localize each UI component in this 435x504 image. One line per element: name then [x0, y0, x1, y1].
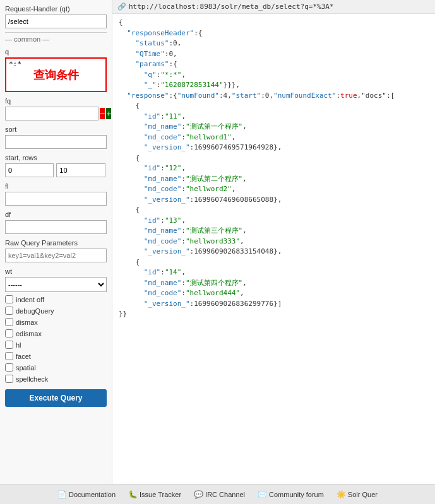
df-input[interactable]: [5, 220, 107, 234]
indent-checkbox[interactable]: [5, 295, 13, 303]
hl-row: hl: [5, 341, 107, 349]
fq-input[interactable]: [5, 107, 98, 120]
spellcheck-row: spellcheck: [5, 375, 107, 383]
url-icon: 🔗: [117, 3, 126, 11]
debugquery-row: debugQuery: [5, 307, 107, 315]
community-label: Community forum: [269, 491, 324, 498]
common-section-label: — common —: [5, 35, 107, 43]
footer-community-link[interactable]: ✉️ Community forum: [258, 490, 324, 499]
request-handler-label: Request-Handler (qt): [5, 5, 107, 13]
q-label: q: [5, 48, 107, 56]
issue-tracker-label: Issue Tracker: [140, 491, 181, 498]
facet-checkbox[interactable]: [5, 352, 13, 360]
fq-minus-button[interactable]: −: [100, 108, 105, 119]
footer-solr-link[interactable]: ☀️ Solr Quer: [337, 490, 378, 499]
documentation-label: Documentation: [69, 491, 116, 498]
spatial-row: spatial: [5, 363, 107, 372]
indent-label: indent off: [16, 296, 44, 303]
debugquery-checkbox[interactable]: [5, 307, 13, 315]
wt-select[interactable]: ------ json xml csv python ruby php: [5, 277, 107, 292]
right-panel: 🔗 http://localhost:8983/solr/meta_db/sel…: [112, 0, 435, 484]
issue-tracker-icon: 🐛: [128, 490, 138, 499]
json-output[interactable]: { "responseHeader":{ "status":0, "QTime"…: [112, 14, 435, 484]
raw-query-label: Raw Query Parameters: [5, 239, 107, 247]
start-rows-row: [5, 163, 107, 177]
facet-label: facet: [16, 353, 31, 360]
raw-query-input[interactable]: [5, 249, 107, 262]
q-textarea-container: *:* 查询条件: [5, 57, 107, 92]
rows-input[interactable]: [56, 163, 105, 177]
spatial-checkbox[interactable]: [5, 363, 13, 372]
documentation-icon: 📄: [57, 490, 67, 499]
spatial-label: spatial: [16, 364, 36, 372]
fq-row: − +: [5, 107, 107, 120]
footer-irc-link[interactable]: 💬 IRC Channel: [194, 490, 245, 499]
solr-icon: ☀️: [337, 490, 346, 499]
common-divider: [5, 32, 107, 33]
facet-row: facet: [5, 352, 107, 360]
edismax-row: edismax: [5, 329, 107, 337]
q-input[interactable]: *:*: [6, 59, 105, 91]
irc-label: IRC Channel: [205, 491, 245, 498]
dismax-row: dismax: [5, 318, 107, 326]
spellcheck-label: spellcheck: [16, 375, 48, 383]
fl-label: fl: [5, 182, 107, 190]
url-bar: 🔗 http://localhost:8983/solr/meta_db/sel…: [112, 0, 435, 14]
hl-label: hl: [16, 341, 21, 349]
edismax-checkbox[interactable]: [5, 329, 13, 337]
fl-input[interactable]: [5, 192, 107, 206]
sort-label: sort: [5, 126, 107, 133]
edismax-label: edismax: [16, 330, 42, 337]
solr-label: Solr Quer: [348, 491, 378, 498]
fq-label: fq: [5, 97, 107, 105]
fq-plus-button[interactable]: +: [106, 108, 111, 119]
content-area: Request-Handler (qt) — common — q *:* 查询…: [0, 0, 435, 484]
footer-issue-tracker-link[interactable]: 🐛 Issue Tracker: [128, 490, 181, 499]
indent-row: indent off: [5, 295, 107, 303]
start-input[interactable]: [5, 163, 54, 177]
url-text: http://localhost:8983/solr/meta_db/selec…: [129, 3, 334, 11]
debugquery-label: debugQuery: [16, 307, 54, 315]
start-rows-label: start, rows: [5, 154, 107, 161]
hl-checkbox[interactable]: [5, 341, 13, 349]
sort-input[interactable]: [5, 135, 107, 149]
execute-query-button[interactable]: Execute Query: [5, 389, 107, 407]
main-container: Request-Handler (qt) — common — q *:* 查询…: [0, 0, 435, 504]
wt-label: wt: [5, 267, 107, 275]
footer: 📄 Documentation 🐛 Issue Tracker 💬 IRC Ch…: [0, 484, 435, 504]
community-icon: ✉️: [258, 490, 267, 499]
left-panel: Request-Handler (qt) — common — q *:* 查询…: [0, 0, 112, 484]
df-label: df: [5, 211, 107, 218]
footer-documentation-link[interactable]: 📄 Documentation: [57, 490, 116, 499]
request-handler-input[interactable]: [5, 15, 107, 28]
dismax-checkbox[interactable]: [5, 318, 13, 326]
dismax-label: dismax: [16, 319, 38, 326]
irc-icon: 💬: [194, 490, 203, 499]
spellcheck-checkbox[interactable]: [5, 375, 13, 383]
